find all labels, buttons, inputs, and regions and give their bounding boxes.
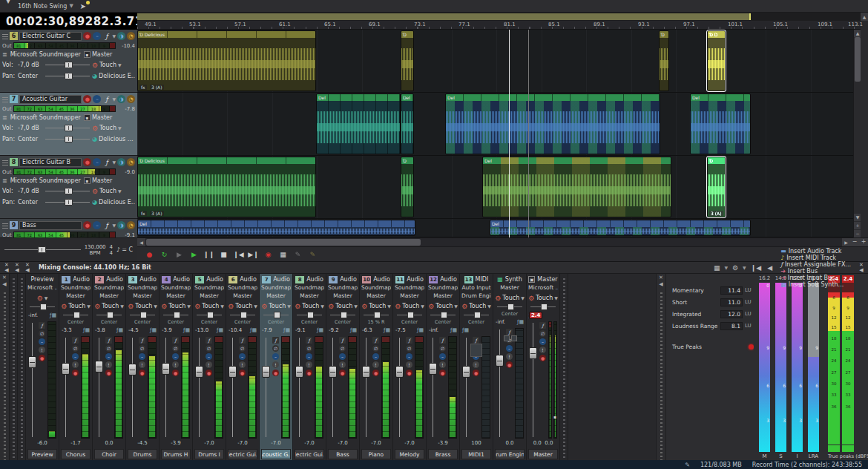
phase-invert-icon[interactable]: ∅: [72, 345, 79, 352]
scroll-up-button[interactable]: ▲: [861, 13, 868, 21]
arm-record-icon[interactable]: ●: [172, 370, 179, 376]
bus-assignment[interactable]: ▪ Master: [84, 177, 112, 184]
arm-record-icon[interactable]: ●: [72, 370, 79, 376]
clip-waveform[interactable]: [446, 101, 660, 154]
chevron-down-icon[interactable]: ▼: [287, 304, 291, 309]
fader-db-value[interactable]: -3.9: [161, 440, 191, 448]
chevron-down-icon[interactable]: ▼: [487, 304, 491, 309]
automation-gear-icon[interactable]: ⚙: [194, 303, 200, 310]
chevron-down-icon[interactable]: ▼: [120, 304, 124, 309]
scroll-up-button[interactable]: ▲: [854, 30, 861, 37]
channel-name-label[interactable]: Master: [528, 449, 558, 459]
mute-icon[interactable]: –: [93, 95, 101, 103]
automation-gear-icon[interactable]: ⚙: [495, 295, 501, 302]
panel-close-collapse-buttons[interactable]: ✕◀: [13, 263, 21, 273]
pan-slider[interactable]: [297, 312, 322, 319]
chevron-down-icon[interactable]: ▼: [112, 33, 116, 39]
automation-write-button[interactable]: ✎: [292, 249, 304, 260]
mute-icon[interactable]: –: [306, 353, 312, 360]
automation-mode-label[interactable]: Touch: [269, 303, 286, 309]
pan-slider[interactable]: [130, 312, 155, 319]
clip-fx-badge[interactable]: 3 (A): [709, 211, 723, 216]
fader-handle[interactable]: [195, 366, 203, 378]
clip-header[interactable]: Ɗ: [401, 31, 413, 38]
fx-icon[interactable]: ƒ: [339, 337, 346, 344]
collapsed-strip[interactable]: [560, 274, 568, 461]
volume-value[interactable]: -7,0 dB: [18, 188, 43, 194]
channel-name-label[interactable]: Drums: [128, 449, 157, 459]
automation-mode-label[interactable]: Touch: [68, 303, 85, 309]
volume-value[interactable]: -7,0 dB: [18, 125, 43, 131]
automation-gear-icon[interactable]: ⚙: [428, 303, 434, 310]
automation-mode-label[interactable]: Touch: [469, 303, 486, 309]
fx-icon[interactable]: ƒ: [239, 337, 246, 344]
track-name-input[interactable]: Acoustic Guitar: [19, 95, 82, 104]
clip-waveform[interactable]: [490, 227, 750, 235]
fx-preset-label[interactable]: Delicious E...: [99, 73, 135, 79]
fx-icon[interactable]: ƒ: [406, 337, 412, 344]
automation-gear-icon[interactable]: ⚙: [461, 303, 467, 310]
clip-header[interactable]: Ɗ: [660, 31, 668, 38]
automation-mode-label[interactable]: Touch: [102, 303, 119, 309]
audio-clip[interactable]: Del: [401, 94, 414, 154]
automation-mode-label[interactable]: Touch: [502, 295, 519, 301]
fader-db-value[interactable]: 0.0: [94, 440, 124, 448]
clip-indicator[interactable]: [110, 232, 115, 237]
pan-slider-handle[interactable]: [65, 199, 73, 206]
clip-header[interactable]: Del: [401, 94, 413, 101]
channel-name-label[interactable]: Melody: [395, 449, 424, 459]
clip-waveform[interactable]: [660, 38, 668, 91]
clip-take-badge[interactable]: 3 (A): [150, 85, 164, 90]
automation-settings-icon[interactable]: ◔: [127, 221, 135, 229]
pan-slider[interactable]: [497, 304, 522, 311]
phase-invert-icon[interactable]: ∅: [406, 345, 412, 352]
audio-clip[interactable]: Del: [690, 94, 751, 154]
fader-db-value[interactable]: -6.0: [27, 440, 57, 448]
fx-icon[interactable]: ƒ: [102, 95, 111, 103]
pan-slider-handle[interactable]: [107, 312, 114, 318]
volume-fader[interactable]: [395, 336, 404, 439]
pan-slider[interactable]: [45, 199, 90, 206]
downmix-output-icon[interactable]: ❙◀: [749, 264, 763, 272]
fader-db-value[interactable]: -7.0: [328, 440, 358, 448]
clip-indicator[interactable]: [110, 106, 115, 111]
vertical-scroll-thumb[interactable]: [855, 37, 861, 82]
phase-invert-icon[interactable]: ∅: [105, 345, 112, 352]
time-signature-top[interactable]: 4: [110, 244, 113, 250]
loop-region-bar[interactable]: [137, 13, 751, 20]
play-button[interactable]: ▶: [188, 249, 200, 260]
arm-record-icon[interactable]: ●: [406, 370, 412, 376]
arm-record-icon[interactable]: ●: [539, 355, 546, 361]
fx-icon[interactable]: ƒ: [506, 329, 513, 335]
chevron-down-icon[interactable]: ▼: [254, 304, 257, 309]
clip-header[interactable]: Ɗ Delicious: [138, 157, 315, 164]
pan-slider-handle[interactable]: [374, 312, 381, 318]
automation-mode-label[interactable]: Touch: [235, 303, 252, 309]
chevron-down-icon[interactable]: ▼: [521, 295, 525, 301]
volume-fader[interactable]: [529, 321, 537, 439]
solo-icon[interactable]: !: [139, 361, 145, 368]
solo-icon[interactable]: !: [239, 361, 246, 368]
volume-fader[interactable]: [195, 336, 203, 439]
playback-device-label[interactable]: Microsoft Soundmapper: [10, 51, 81, 58]
fader-handle[interactable]: [62, 363, 70, 375]
fx-chain-icon[interactable]: ƒ▦: [283, 327, 290, 333]
track-header[interactable]: 8 Electric Guitar B ● – ƒ ▼ ◑ ◔ Out 8172: [0, 156, 137, 219]
bus-assignment[interactable]: ▪ Master: [84, 51, 112, 58]
audio-clip[interactable]: Ɗ Delicious fx 3 (A): [137, 30, 316, 91]
fader-handle[interactable]: [362, 366, 370, 378]
settings-gear-icon[interactable]: ⚙: [731, 264, 740, 272]
clip-waveform[interactable]: [401, 38, 413, 91]
dim-output-icon[interactable]: ◀: [766, 264, 774, 272]
clip-fx-badge[interactable]: fx: [139, 211, 147, 216]
mute-icon[interactable]: –: [39, 338, 45, 345]
fader-db-value[interactable]: -4.5: [128, 440, 157, 448]
channel-bus-assignment[interactable]: Master: [395, 292, 424, 301]
fx-chain-icon[interactable]: ƒ▦: [250, 327, 257, 333]
pan-slider-handle[interactable]: [140, 312, 147, 318]
channel-output-device[interactable]: Soundmapper: [61, 284, 91, 292]
channel-bus-assignment[interactable]: Master: [94, 292, 124, 301]
fx-chain-icon[interactable]: ƒ▦: [450, 327, 457, 333]
fx-icon[interactable]: ƒ: [72, 337, 79, 344]
solo-icon[interactable]: !: [72, 361, 79, 368]
